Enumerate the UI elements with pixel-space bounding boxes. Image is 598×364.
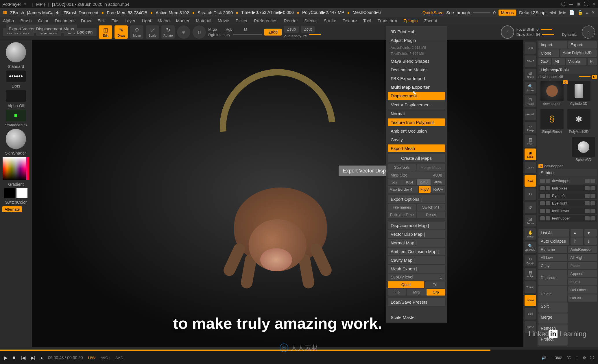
scale-button[interactable]: ⤢Scale — [146, 25, 159, 39]
displacement-item[interactable]: Displacement — [388, 92, 445, 100]
esttime-button[interactable]: Estimate Time — [388, 211, 416, 218]
arrow-up-button[interactable]: ▴ — [40, 355, 43, 361]
filenames-button[interactable]: File names — [388, 204, 416, 211]
menu-preferences[interactable]: Preferences — [254, 18, 277, 23]
persp-button[interactable]: ▱Persp — [525, 122, 536, 133]
r-badge[interactable]: R — [592, 75, 597, 79]
meshexport-item[interactable]: Mesh Export | — [388, 265, 445, 273]
rgbint-slider[interactable] — [233, 34, 262, 35]
flp-button[interactable]: Flp — [388, 289, 406, 296]
rgb-button[interactable]: Rgb — [226, 27, 232, 31]
arrow-up-button[interactable]: ▲ — [571, 229, 583, 237]
move-down-button[interactable]: ⇓ — [584, 237, 597, 245]
cavity-item[interactable]: Cavity — [388, 136, 445, 144]
axis2-button[interactable]: ↺ — [525, 202, 536, 213]
cc-icon[interactable]: ⊡ — [575, 356, 579, 360]
bpr-button[interactable]: BPR — [525, 42, 536, 54]
vdispmap-item[interactable]: Vector Disp Map | — [388, 230, 445, 238]
restore-icon[interactable]: ▣ — [577, 1, 581, 7]
menu-alpha[interactable]: Alpha — [3, 18, 14, 23]
actual-button[interactable]: ⊡Actual — [525, 95, 536, 107]
exportoptions-item[interactable]: Export Options | — [388, 195, 445, 203]
delall-button[interactable]: Del All — [568, 294, 597, 302]
solo-button[interactable]: Solo — [525, 308, 536, 320]
menu-texture[interactable]: Texture — [343, 18, 357, 23]
split-button[interactable]: Split — [538, 302, 568, 313]
minimize-icon[interactable]: — — [569, 1, 573, 7]
menu-layer[interactable]: Layer — [125, 18, 136, 23]
360-label[interactable]: 360° — [555, 356, 562, 360]
texture-preview[interactable] — [6, 110, 26, 121]
vectordisp-item[interactable]: Vector Displacement — [388, 101, 445, 109]
menu-file[interactable]: File — [111, 18, 118, 23]
menu-icon[interactable]: ≡ — [586, 10, 588, 15]
axis1-button[interactable]: ↻ — [525, 188, 536, 200]
xyz-button[interactable]: XYZ — [525, 175, 536, 187]
mapborder-label[interactable]: Map Border 4 — [388, 186, 418, 193]
delother-button[interactable]: Del Other — [568, 286, 597, 294]
size-1024[interactable]: 1024 — [402, 179, 416, 185]
clone-button[interactable]: Clone — [538, 49, 559, 57]
focalshift-slider[interactable] — [541, 29, 552, 30]
reset-button[interactable]: Reset — [417, 211, 445, 218]
alternate-button[interactable]: Alternate — [2, 206, 22, 212]
next-icon[interactable]: ▶▶ — [559, 10, 566, 15]
zsub-button[interactable]: Zsub — [284, 26, 299, 33]
menu-zplugin[interactable]: Zplugin — [403, 18, 418, 23]
fullscreen-icon[interactable]: ⛶ — [590, 356, 594, 360]
menu-stencil[interactable]: Stencil — [304, 18, 317, 23]
zoom-button[interactable]: 🔍Zoom — [525, 82, 536, 94]
draw-button[interactable]: ✎Draw — [115, 25, 128, 39]
menu-movie[interactable]: Movie — [218, 18, 229, 23]
polyf-button[interactable]: ▦PolyF — [525, 268, 536, 280]
app-name[interactable]: PotPlayer — [2, 2, 21, 7]
mrgb-button[interactable]: Mrgb — [208, 27, 217, 31]
menu-light[interactable]: Light — [142, 18, 151, 23]
grp-button[interactable]: Grp — [427, 289, 445, 296]
reuv-button[interactable]: ReUV — [431, 186, 445, 193]
normal-item[interactable]: Normal — [388, 110, 445, 118]
3d-label[interactable]: 3D — [566, 356, 571, 360]
next-button[interactable]: ▶| — [31, 355, 35, 361]
r-button[interactable]: R — [588, 58, 597, 65]
zadd-button[interactable]: Zadd — [264, 29, 282, 36]
info-icon[interactable]: ⓘ — [561, 1, 565, 7]
menu-document[interactable]: Document — [55, 18, 74, 23]
zcut-button[interactable]: Zcut — [301, 26, 315, 33]
dynamic-button[interactable]: Dynamic — [562, 32, 577, 37]
subtool-row-eyeleft[interactable]: EyeLeft — [538, 192, 597, 199]
settings-icon[interactable]: ⚙ — [583, 356, 586, 360]
scroll-button[interactable]: ⊞Scroll — [525, 69, 536, 80]
menu-transform[interactable]: Transform — [378, 18, 397, 23]
cavitymap-item[interactable]: Cavity Map | — [388, 256, 445, 264]
move3d-button[interactable]: ✋Move — [525, 228, 536, 240]
menu-stroke[interactable]: Stroke — [324, 18, 336, 23]
file-icon[interactable]: 📄 — [569, 10, 575, 15]
mme-header[interactable]: Multi Map Exporter — [388, 83, 445, 91]
brush-preview-icon[interactable]: S — [501, 25, 514, 39]
alpha-preview[interactable] — [6, 90, 26, 102]
zoom3d-button[interactable]: 🔍Zoom3D — [525, 242, 536, 253]
paste-button[interactable]: Paste — [568, 262, 597, 269]
subtool-row-eyeright[interactable]: EyeRight — [538, 200, 597, 207]
ao-item[interactable]: Ambient Occlusion — [388, 127, 445, 135]
export-button[interactable]: Export — [568, 41, 597, 49]
zint-slider[interactable] — [309, 34, 321, 35]
close-icon[interactable]: ✕ — [591, 10, 595, 15]
duplicate-button[interactable]: Duplicate — [538, 270, 567, 285]
lightboxtools-label[interactable]: Lightbox▶Tools — [538, 66, 597, 74]
subtool-header[interactable]: Subtool — [538, 169, 597, 177]
insert-button[interactable]: Insert — [568, 278, 597, 285]
dispmap-item[interactable]: Displacement Map | — [388, 222, 445, 229]
menu-marker[interactable]: Marker — [176, 18, 190, 23]
all-button[interactable]: All — [552, 58, 564, 65]
tri-button[interactable]: Tri — [425, 281, 445, 288]
createall-button[interactable]: Create All Maps — [388, 154, 445, 162]
copy-button[interactable]: Copy — [538, 262, 567, 269]
move-button[interactable]: ✥Move — [130, 25, 143, 39]
defaultzscript-label[interactable]: DefaultZScript — [519, 10, 547, 15]
loadsave-item[interactable]: Load/Save Presets — [388, 298, 445, 306]
rotate3d-button[interactable]: ↻Rotate — [525, 255, 536, 266]
aahalf-button[interactable]: AAHalf — [525, 109, 536, 120]
3dprinthub-item[interactable]: 3D Print Hub — [388, 28, 445, 36]
